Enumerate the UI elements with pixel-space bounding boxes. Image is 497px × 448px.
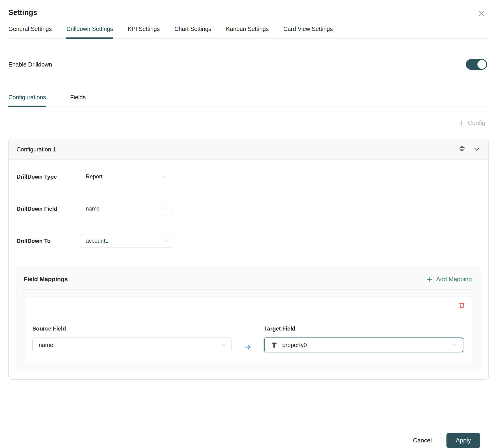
drilldown-type-label: DrillDown Type [17,174,80,183]
toggle-knob [478,60,486,69]
configuration-actions [458,145,480,153]
drilldown-to-select[interactable]: account1 [80,234,173,247]
source-field-value: name [39,342,53,349]
add-mapping-button[interactable]: Add Mapping [427,276,472,283]
source-field-select[interactable]: name [32,337,232,352]
apply-button[interactable]: Apply [446,433,480,448]
clear-config-icon[interactable] [458,145,466,153]
cancel-button[interactable]: Cancel [403,433,442,448]
drilldown-type-select[interactable]: Report [80,170,173,183]
drilldown-type-row: DrillDown Type Report [17,170,480,183]
enable-drilldown-toggle[interactable] [466,59,487,70]
chevron-down-icon [162,206,168,212]
configuration-card-header[interactable]: Configuration 1 [9,139,488,160]
chevron-down-icon [162,238,168,244]
drilldown-to-label: DrillDown To [17,238,80,247]
mapping-toolbar [25,297,472,314]
add-mapping-label: Add Mapping [436,276,472,283]
collapse-chevron-icon[interactable] [473,146,480,153]
field-mappings-title: Field Mappings [24,276,68,283]
dialog-header: Settings [8,8,489,18]
tab-general-settings[interactable]: General Settings [8,26,52,38]
settings-tab-bar: General Settings Drilldown Settings KPI … [8,26,489,39]
close-icon[interactable] [478,9,486,18]
dialog-title: Settings [8,8,37,17]
add-config-button[interactable]: Config [458,119,485,127]
text-type-icon [271,341,278,349]
drilldown-field-select[interactable]: name [80,202,173,215]
drilldown-field-row: DrillDown Field name [17,202,480,215]
plus-icon [458,120,465,126]
configuration-title: Configuration 1 [17,146,56,153]
target-field-label: Target Field [264,325,463,332]
tab-kpi-settings[interactable]: KPI Settings [128,26,160,38]
tab-kanban-settings[interactable]: Kanban Settings [226,26,269,38]
config-toolbar: Config [8,119,489,127]
sub-tab-configurations[interactable]: Configurations [8,94,46,107]
drilldown-field-label: DrillDown Field [17,206,80,215]
add-config-label: Config [468,119,485,127]
target-field-value: property0 [282,342,307,349]
chevron-down-icon [220,342,226,348]
tab-drilldown-settings[interactable]: Drilldown Settings [66,26,113,38]
delete-mapping-icon[interactable] [458,302,465,309]
drilldown-sub-tab-bar: Configurations Fields [8,94,489,107]
drilldown-to-value: account1 [86,238,108,244]
footer-spacer [8,380,489,426]
target-field-column: Target Field property0 [264,325,463,352]
sub-tab-fields[interactable]: Fields [70,94,86,107]
enable-drilldown-row: Enable Drilldown [8,59,489,70]
settings-dialog: Settings General Settings Drilldown Sett… [0,0,497,448]
source-field-label: Source Field [32,325,232,332]
mapping-arrow-cell [232,325,264,351]
field-mappings-card: Field Mappings Add Mapping [17,266,480,371]
tab-chart-settings[interactable]: Chart Settings [174,26,211,38]
field-mappings-header: Field Mappings Add Mapping [17,266,480,289]
drilldown-to-row: DrillDown To account1 [17,234,480,247]
arrow-right-icon [244,343,252,351]
drilldown-field-value: name [86,205,100,212]
mapping-item: Source Field name [25,297,472,363]
configuration-body: DrillDown Type Report DrillDown Field na… [9,160,488,379]
source-field-column: Source Field name [32,325,232,352]
enable-drilldown-label: Enable Drilldown [8,61,52,68]
tab-card-view-settings[interactable]: Card View Settings [283,26,333,38]
drilldown-type-value: Report [86,173,103,180]
chevron-down-icon [452,342,458,348]
plus-icon [427,276,433,283]
chevron-down-icon [162,174,168,180]
footer: Cancel Apply [8,426,489,448]
configuration-card: Configuration 1 [8,139,489,380]
target-field-select[interactable]: property0 [264,337,463,352]
mapping-fields-row: Source Field name [25,314,472,363]
